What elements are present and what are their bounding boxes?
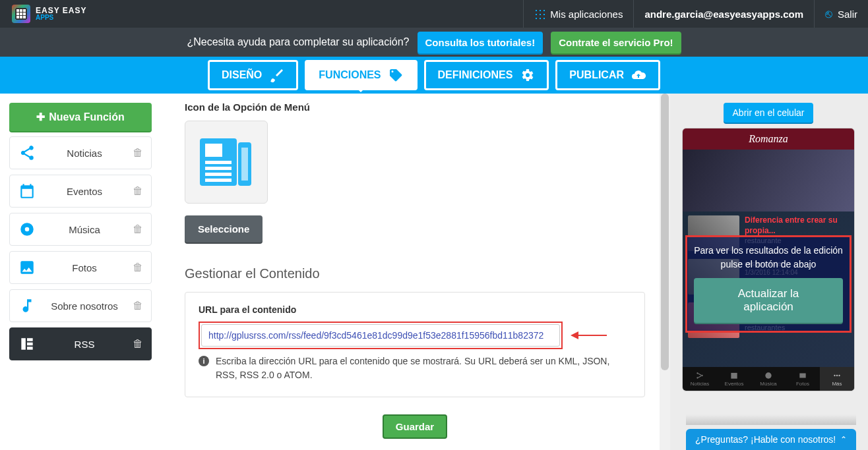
phone-nav-mas[interactable]: Más <box>820 367 854 391</box>
brand-icon <box>12 5 30 23</box>
tab-functions[interactable]: FUNCIONES <box>305 60 417 90</box>
trash-icon[interactable]: 🗑 <box>133 223 143 235</box>
svg-rect-5 <box>205 167 232 170</box>
sidebar-item-musica[interactable]: Música 🗑 <box>9 213 152 246</box>
phone-hero-image <box>683 150 854 211</box>
menu-icon-preview <box>185 121 268 204</box>
chat-widget[interactable]: ¿Preguntas? ¡Hable con nosotros! ⌃ <box>686 429 856 450</box>
nav-logout[interactable]: ⎋ Salir <box>814 0 868 28</box>
svg-point-20 <box>838 375 840 376</box>
brand-logo[interactable]: EASY EASY APPS <box>0 5 98 23</box>
trash-icon[interactable]: 🗑 <box>133 338 143 350</box>
apps-grid-icon <box>534 9 545 19</box>
newspaper-icon <box>193 129 259 195</box>
svg-point-13 <box>701 375 702 376</box>
svg-rect-7 <box>205 179 232 182</box>
svg-point-12 <box>697 372 698 374</box>
trash-icon[interactable]: 🗑 <box>133 147 143 159</box>
preview-pane: Abrir en el celular Romanza Diferencia e… <box>669 94 868 450</box>
functions-sidebar: ✚ Nueva Función Noticias 🗑 Eventos 🗑 Mús… <box>0 94 161 450</box>
phone-nav: Noticias Eventos Música Fotos Más <box>683 367 854 391</box>
manage-content-title: Gestionar el Contenido <box>185 266 645 281</box>
url-field-label: URL para el contenido <box>199 304 631 315</box>
url-card: URL para el contenido i Escriba la direc… <box>185 292 645 397</box>
url-highlight-box <box>199 322 563 349</box>
phone-nav-eventos[interactable]: Eventos <box>717 367 751 391</box>
url-help-text: Escriba la dirección URL para el conteni… <box>216 354 631 382</box>
svg-rect-4 <box>205 161 232 164</box>
phone-nav-musica[interactable]: Música <box>751 367 786 391</box>
svg-rect-3 <box>205 144 222 157</box>
brand-text: EASY EASY APPS <box>36 7 86 21</box>
update-app-button[interactable]: Actualizar la aplicación <box>694 278 843 323</box>
sidebar-item-noticias[interactable]: Noticias 🗑 <box>9 136 152 169</box>
svg-point-14 <box>697 377 698 378</box>
share-icon <box>18 144 36 162</box>
svg-point-1 <box>25 227 30 232</box>
svg-rect-15 <box>731 373 737 379</box>
help-question: ¿Necesita ayuda para completar su aplica… <box>187 36 409 48</box>
disc-icon <box>18 220 36 239</box>
tab-definitions[interactable]: DEFINICIONES <box>424 60 549 90</box>
info-icon: i <box>199 356 209 366</box>
image-icon <box>18 258 36 277</box>
preview-overlay: Para ver los resultados de la edición pu… <box>685 235 852 333</box>
top-bar: EASY EASY APPS Mis aplicaciones andre.ga… <box>0 0 868 28</box>
sidebar-item-sobre-nosotros[interactable]: Sobre nosotros 🗑 <box>9 289 152 322</box>
select-icon-button[interactable]: Seleccione <box>185 215 263 242</box>
content-area: Icon de la Opción de Menú Seleccione Ges… <box>161 94 669 450</box>
tutorials-button[interactable]: Consulta los tutoriales! <box>418 32 543 53</box>
sidebar-item-fotos[interactable]: Fotos 🗑 <box>9 251 152 284</box>
cloud-upload-icon <box>631 67 646 83</box>
tab-publish[interactable]: PUBLICAR <box>555 60 660 90</box>
main-area: ✚ Nueva Función Noticias 🗑 Eventos 🗑 Mús… <box>0 94 868 450</box>
nav-my-apps[interactable]: Mis aplicaciones <box>523 0 633 28</box>
svg-rect-17 <box>799 374 805 378</box>
step-tabs: DISEÑO FUNCIONES DEFINICIONES PUBLICAR <box>0 57 868 94</box>
help-bar: ¿Necesita ayuda para completar su aplica… <box>0 28 868 57</box>
svg-point-16 <box>765 372 771 378</box>
scrollbar-thumb[interactable] <box>661 94 669 370</box>
calendar-icon <box>18 182 36 200</box>
nav-my-apps-label: Mis aplicaciones <box>550 9 623 20</box>
phone-app-title: Romanza <box>683 128 854 150</box>
new-function-button[interactable]: ✚ Nueva Función <box>9 103 152 131</box>
rss-icon <box>18 335 36 353</box>
svg-rect-6 <box>205 173 232 176</box>
svg-point-18 <box>834 375 835 376</box>
phone-nav-noticias[interactable]: Noticias <box>683 367 717 391</box>
svg-marker-11 <box>571 331 578 339</box>
phone-nav-fotos[interactable]: Fotos <box>786 367 820 391</box>
svg-rect-9 <box>241 148 248 181</box>
chevron-up-icon: ⌃ <box>840 435 847 444</box>
nav-user-email[interactable]: andre.garcia@easyeasyapps.com <box>633 0 814 28</box>
trash-icon[interactable]: 🗑 <box>133 185 143 197</box>
pro-service-button[interactable]: Contrate el servicio Pro! <box>551 32 681 53</box>
arrow-annotation-icon <box>571 329 607 341</box>
phone-body: Diferencia entre crear su propia... rest… <box>683 150 854 367</box>
save-button[interactable]: Guardar <box>383 414 447 439</box>
brush-icon <box>268 67 284 83</box>
sidebar-item-rss[interactable]: RSS 🗑 <box>9 327 152 360</box>
trash-icon[interactable]: 🗑 <box>133 300 143 312</box>
tab-design[interactable]: DISEÑO <box>208 60 298 90</box>
trash-icon[interactable]: 🗑 <box>133 262 143 273</box>
music-note-icon <box>18 296 36 315</box>
tag-icon <box>388 67 404 83</box>
sidebar-item-eventos[interactable]: Eventos 🗑 <box>9 175 152 208</box>
gear-icon <box>519 67 535 83</box>
icon-section-title: Icon de la Opción de Menú <box>185 101 645 113</box>
svg-point-19 <box>836 375 838 376</box>
overlay-message: Para ver los resultados de la edición pu… <box>694 244 843 271</box>
chat-widget-text: ¿Preguntas? ¡Hable con nosotros! <box>695 434 836 445</box>
plus-icon: ✚ <box>36 111 45 123</box>
open-mobile-button[interactable]: Abrir en el celular <box>724 103 814 123</box>
logout-icon: ⎋ <box>825 7 832 21</box>
content-url-input[interactable] <box>201 324 560 347</box>
scrollbar[interactable] <box>660 94 670 450</box>
phone-preview: Romanza Diferencia entre crear su propia… <box>682 128 855 391</box>
